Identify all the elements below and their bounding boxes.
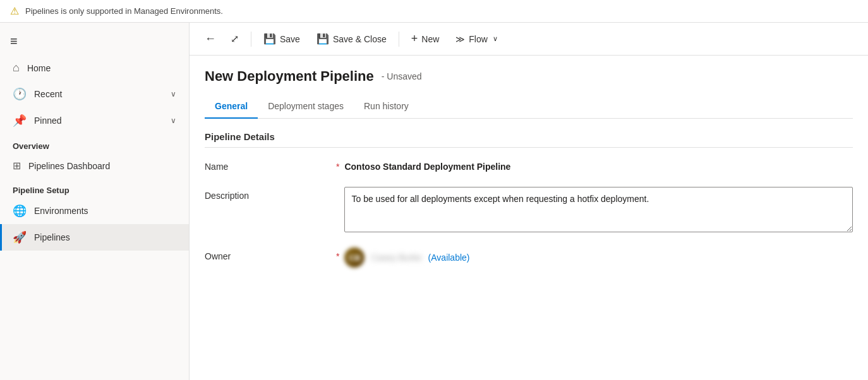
chevron-down-icon: ∨ [171,90,176,98]
name-required: * [336,158,339,172]
home-icon: ⌂ [13,61,20,74]
description-form-row: Description * To be used for all deploym… [205,187,853,232]
pin-icon: 📌 [13,114,27,128]
save-close-icon: 💾 [316,33,329,45]
toolbar-separator [251,32,251,47]
overview-section-label: Overview [0,134,189,153]
name-label: Name [205,158,331,172]
description-textarea[interactable]: To be used for all deployments except wh… [344,187,853,232]
pipeline-icon: 🚀 [13,230,27,244]
chevron-down-icon: ∨ [171,116,176,125]
save-button[interactable]: 💾 Save [256,28,307,49]
layout: ≡ ⌂ Home 🕐 Recent ∨ 📌 Pinned ∨ Overview … [0,23,868,380]
sidebar-item-label: Environments [34,206,88,216]
warning-icon: ⚠ [10,5,19,17]
toolbar-separator-2 [399,32,399,47]
toolbar: ← ⤢ 💾 Save 💾 Save & Close + New ≫ Flow [190,23,868,56]
back-button[interactable]: ← [200,28,221,49]
page-subtitle: - Unsaved [382,71,422,81]
save-icon: 💾 [263,33,276,45]
flow-label: Flow [469,34,488,44]
dashboard-icon: ⊞ [13,160,21,172]
recent-icon: 🕐 [13,87,27,101]
sidebar-item-label: Pinned [34,116,62,126]
owner-form-row: Owner * CB Casey Burke (Available) [205,247,853,268]
pipeline-setup-section-label: Pipeline Setup [0,178,189,198]
hamburger-icon: ≡ [10,34,18,48]
sidebar-item-home[interactable]: ⌂ Home [0,55,189,81]
owner-name: Casey Burke [371,252,421,263]
save-label: Save [280,34,300,44]
tab-run-history[interactable]: Run history [354,95,419,119]
globe-icon: 🌐 [13,204,27,218]
sidebar-item-pipelines-dashboard[interactable]: ⊞ Pipelines Dashboard [0,153,189,178]
hamburger-menu[interactable]: ≡ [0,28,189,55]
tab-deployment-stages[interactable]: Deployment stages [258,95,354,119]
banner-text: Pipelines is only supported in Managed E… [25,6,223,16]
tab-general[interactable]: General [205,95,258,119]
sidebar-item-recent[interactable]: 🕐 Recent ∨ [0,81,189,107]
expand-button[interactable]: ⤢ [224,28,246,49]
new-label: New [421,34,439,44]
owner-required: * [336,247,339,261]
sidebar-item-label: Pipelines Dashboard [28,161,110,171]
name-value: Contoso Standard Deployment Pipeline [344,158,853,172]
sidebar-item-label: Home [27,63,51,73]
owner-label: Owner [205,247,331,261]
new-button[interactable]: + New [404,28,447,50]
owner-value-row: CB Casey Burke (Available) [344,247,469,268]
name-form-row: Name * Contoso Standard Deployment Pipel… [205,158,853,172]
back-icon: ← [205,32,216,45]
save-close-label: Save & Close [333,34,387,44]
sidebar: ≡ ⌂ Home 🕐 Recent ∨ 📌 Pinned ∨ Overview … [0,23,190,380]
sidebar-item-environments[interactable]: 🌐 Environments [0,198,189,224]
page-title-row: New Deployment Pipeline - Unsaved [205,68,853,85]
owner-status: (Available) [428,252,470,263]
save-close-button[interactable]: 💾 Save & Close [310,28,394,49]
sidebar-item-pinned[interactable]: 📌 Pinned ∨ [0,107,189,134]
sidebar-item-label: Pipelines [34,232,70,242]
section-title: Pipeline Details [205,131,853,148]
flow-chevron-icon: ∨ [493,35,498,43]
description-label: Description [205,187,331,201]
expand-icon: ⤢ [231,33,239,45]
top-banner: ⚠ Pipelines is only supported in Managed… [0,0,868,23]
page-title: New Deployment Pipeline [205,68,374,85]
sidebar-item-pipelines[interactable]: 🚀 Pipelines [0,224,189,251]
tabs-container: General Deployment stages Run history [205,95,853,119]
page-content: New Deployment Pipeline - Unsaved Genera… [190,56,868,380]
flow-icon: ≫ [455,34,465,44]
flow-button[interactable]: ≫ Flow ∨ [449,30,505,49]
sidebar-item-label: Recent [34,89,62,99]
avatar: CB [344,247,365,268]
main-content: ← ⤢ 💾 Save 💾 Save & Close + New ≫ Flow [190,23,868,380]
plus-icon: + [411,32,418,45]
